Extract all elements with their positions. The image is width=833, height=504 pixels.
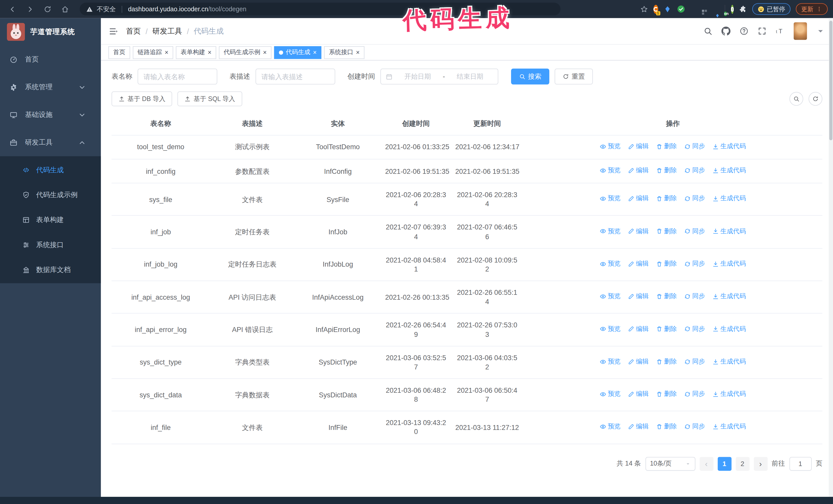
page-button[interactable]: 2: [736, 457, 749, 471]
tags-view-tab[interactable]: 首页: [109, 46, 130, 59]
tab-close-icon[interactable]: ×: [313, 49, 317, 56]
edit-link[interactable]: 编辑: [628, 227, 649, 236]
edit-link[interactable]: 编辑: [628, 390, 649, 399]
delete-link[interactable]: 删除: [656, 390, 677, 399]
delete-link[interactable]: 删除: [656, 292, 677, 301]
tab-close-icon[interactable]: ×: [356, 49, 360, 56]
sidebar-subitem[interactable]: 系统接口: [0, 232, 101, 257]
avatar-dropdown-caret-icon[interactable]: [816, 27, 825, 35]
breadcrumb-item[interactable]: 首页: [126, 26, 141, 36]
delete-link[interactable]: 删除: [656, 166, 677, 175]
font-size-icon[interactable]: tT: [776, 27, 785, 35]
delete-link[interactable]: 删除: [656, 423, 677, 431]
edit-link[interactable]: 编辑: [628, 423, 649, 431]
generate-code-link[interactable]: 生成代码: [712, 142, 746, 151]
date-range-picker[interactable]: 开始日期 - 结束日期: [380, 68, 498, 85]
refresh-table-button[interactable]: [809, 92, 823, 106]
generate-code-link[interactable]: 生成代码: [712, 166, 746, 175]
sync-link[interactable]: 同步: [684, 166, 705, 175]
preview-link[interactable]: 预览: [600, 166, 620, 175]
extension-check-icon[interactable]: [677, 5, 685, 14]
kebab-menu-icon[interactable]: [816, 6, 823, 12]
table-desc-input[interactable]: [256, 68, 335, 85]
brand[interactable]: 芋道管理系统: [0, 18, 101, 46]
window-scrollbar[interactable]: [829, 18, 833, 497]
delete-link[interactable]: 删除: [656, 142, 677, 151]
edit-link[interactable]: 编辑: [628, 325, 649, 333]
update-button[interactable]: 更新: [796, 3, 828, 15]
sidebar-subitem[interactable]: 表单构建: [0, 207, 101, 232]
hamburger-icon[interactable]: [109, 26, 118, 36]
preview-link[interactable]: 预览: [600, 358, 620, 366]
extension-switch-icon[interactable]: on: [724, 5, 725, 14]
generate-code-link[interactable]: 生成代码: [712, 358, 746, 366]
delete-link[interactable]: 删除: [656, 227, 677, 236]
prev-page-button[interactable]: ‹: [699, 457, 713, 471]
generate-code-link[interactable]: 生成代码: [712, 325, 746, 333]
tags-view-tab[interactable]: 代码生成示例×: [219, 46, 271, 59]
fullscreen-icon[interactable]: [758, 27, 767, 35]
show-search-toggle-button[interactable]: [789, 92, 803, 106]
extensions-menu-icon[interactable]: [739, 5, 747, 14]
sync-link[interactable]: 同步: [684, 227, 705, 236]
edit-link[interactable]: 编辑: [628, 142, 649, 151]
tags-view-tab[interactable]: 表单构建×: [176, 46, 216, 59]
bookmark-star-icon[interactable]: [640, 5, 648, 13]
preview-link[interactable]: 预览: [600, 292, 620, 301]
sidebar-subitem[interactable]: 代码生成: [0, 158, 101, 182]
edit-link[interactable]: 编辑: [628, 195, 649, 203]
edit-link[interactable]: 编辑: [628, 260, 649, 268]
extension-grid-icon[interactable]: [690, 8, 719, 17]
delete-link[interactable]: 删除: [656, 358, 677, 366]
import-sql-button[interactable]: 基于 SQL 导入: [177, 92, 242, 106]
sync-link[interactable]: 同步: [684, 195, 705, 203]
sync-link[interactable]: 同步: [684, 292, 705, 301]
preview-link[interactable]: 预览: [600, 390, 620, 399]
sidebar-item[interactable]: 研发工具: [0, 129, 101, 157]
preview-link[interactable]: 预览: [600, 195, 620, 203]
sync-link[interactable]: 同步: [684, 142, 705, 151]
tags-view-tab[interactable]: 链路追踪×: [133, 46, 173, 59]
tab-close-icon[interactable]: ×: [165, 49, 169, 56]
sidebar-subitem[interactable]: 数据库文档: [0, 257, 101, 282]
generate-code-link[interactable]: 生成代码: [712, 292, 746, 301]
paused-badge[interactable]: 已暂停: [752, 3, 790, 15]
generate-code-link[interactable]: 生成代码: [712, 195, 746, 203]
extension-gem-icon[interactable]: [663, 5, 671, 14]
search-button[interactable]: 搜索: [511, 68, 549, 85]
tags-view-tab[interactable]: 代码生成×: [274, 46, 322, 59]
github-icon[interactable]: [721, 27, 731, 35]
tab-close-icon[interactable]: ×: [208, 49, 211, 56]
delete-link[interactable]: 删除: [656, 195, 677, 203]
browser-reload-icon[interactable]: [44, 5, 51, 13]
sync-link[interactable]: 同步: [684, 260, 705, 268]
delete-link[interactable]: 删除: [656, 260, 677, 268]
scrollbar-thumb[interactable]: [829, 21, 832, 140]
generate-code-link[interactable]: 生成代码: [712, 260, 746, 268]
browser-forward-icon[interactable]: [26, 5, 34, 13]
sync-link[interactable]: 同步: [684, 390, 705, 399]
edit-link[interactable]: 编辑: [628, 358, 649, 366]
delete-link[interactable]: 删除: [656, 325, 677, 333]
sidebar-item[interactable]: 系统管理: [0, 73, 101, 101]
security-warning-icon[interactable]: [86, 6, 93, 13]
preview-link[interactable]: 预览: [600, 325, 620, 333]
tags-view-tab[interactable]: 系统接口×: [324, 46, 364, 59]
import-db-button[interactable]: 基于 DB 导入: [112, 92, 172, 106]
extension-adblock-icon[interactable]: 1: [653, 5, 658, 14]
extension-green-icon[interactable]: [731, 5, 733, 14]
generate-code-link[interactable]: 生成代码: [712, 423, 746, 431]
tab-close-icon[interactable]: ×: [263, 49, 267, 56]
breadcrumb-item[interactable]: 研发工具: [152, 26, 182, 36]
sync-link[interactable]: 同步: [684, 423, 705, 431]
page-size-select[interactable]: 10条/页: [645, 457, 695, 471]
sidebar-item[interactable]: 首页: [0, 46, 101, 73]
address-bar[interactable]: 不安全 dashboard.yudao.iocoder.cn/tool/code…: [80, 3, 561, 16]
page-button[interactable]: 1: [717, 457, 731, 471]
sync-link[interactable]: 同步: [684, 325, 705, 333]
goto-page-input[interactable]: [789, 457, 811, 471]
docs-help-icon[interactable]: [739, 27, 748, 35]
sidebar-subitem[interactable]: 代码生成示例: [0, 182, 101, 207]
preview-link[interactable]: 预览: [600, 423, 620, 431]
reset-button[interactable]: 重置: [555, 68, 593, 85]
